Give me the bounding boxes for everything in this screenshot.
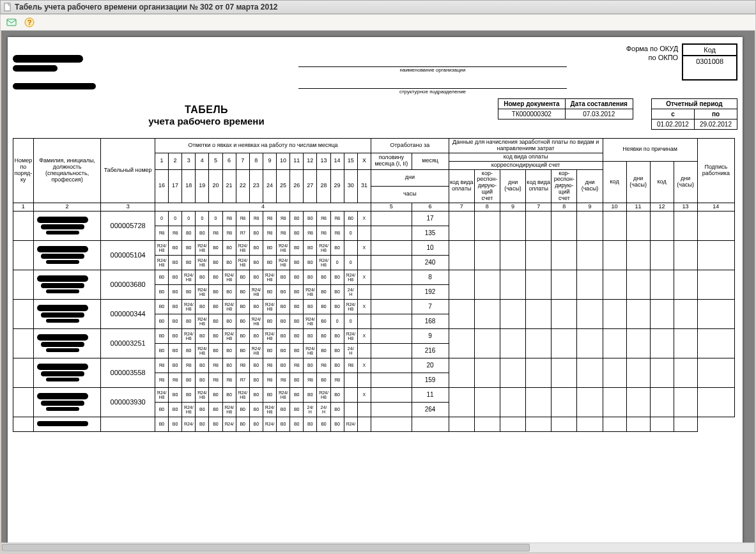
employee-tabnum: 000003680	[101, 270, 155, 299]
day-header-13: 13	[317, 153, 330, 169]
document-viewport[interactable]: наименование организации структурное под…	[1, 31, 755, 542]
col-month: месяц	[412, 153, 449, 169]
half-days	[371, 387, 412, 402]
employee-tabnum: 000003558	[101, 358, 155, 387]
doc-num-value: ТК000000302	[498, 109, 565, 119]
day-header-21: 21	[222, 169, 236, 203]
employee-row: 000003930Я24/Н8В0В0Я24/Н8В0В0Я24/Н8В0В0Я…	[13, 387, 735, 402]
period-to-label: по	[694, 109, 737, 119]
redacted-text	[13, 83, 96, 89]
col-acc: кор-респон-дирую-щий счет	[474, 169, 500, 203]
day-header-22: 22	[236, 169, 249, 203]
col-absence: Неявки по причинам	[603, 139, 697, 162]
day-header-1: 1	[155, 153, 168, 169]
half-hours	[371, 314, 412, 328]
doc-date-label: Дата составления	[565, 99, 633, 109]
employee-row: 000003680В0В0Я24/Н8В0В0Я24/Н8В0В0Я24/Н8В…	[13, 270, 735, 284]
month-hours: 159	[412, 373, 449, 387]
half-days	[371, 299, 412, 314]
day-header-18: 18	[182, 169, 196, 203]
col-number: Номер по поряд-ку	[13, 139, 34, 203]
period-from-label: с	[651, 109, 694, 119]
col-acc2: кор-респон-дирую-щий счет	[552, 169, 577, 203]
employee-tabnum: 000003930	[101, 387, 155, 417]
month-days: 20	[412, 358, 449, 373]
save-button[interactable]	[4, 15, 19, 29]
svg-text:?: ?	[27, 19, 32, 26]
col-marks: Отметки о явках и неявках на работу по ч…	[155, 139, 371, 153]
half-days	[371, 358, 412, 373]
col-abs-dh: дни (часы)	[626, 161, 650, 203]
month-hours: 135	[412, 226, 449, 240]
help-button[interactable]: ?	[22, 15, 36, 29]
horizontal-scrollbar[interactable]	[1, 542, 755, 553]
svg-rect-0	[4, 3, 10, 11]
day-header-2: 2	[169, 153, 182, 169]
col-paycode2: код вида оплаты	[526, 169, 552, 203]
day-header-7: 7	[236, 153, 249, 169]
col-half: половину месяца (I, II)	[371, 153, 412, 169]
half-hours	[371, 284, 412, 299]
day-header-28: 28	[317, 169, 330, 203]
employee-row: 000000344В0В0Я24/Н8В0В0Я24/Н8В0В0Я24/Н8В…	[13, 299, 735, 314]
month-days: 17	[412, 211, 449, 226]
employee-row: 00000572800000Я8Я8Я8Я8Я8В0В0Я8Я8В0Х17	[13, 211, 735, 226]
employee-name	[33, 328, 101, 358]
employee-row: В0В0Я24/В0В0Я24/В0В0Я24/В0В0В0В0В0Я24/	[13, 417, 735, 431]
col-worked: Отработано за	[371, 139, 449, 153]
month-days: 7	[412, 299, 449, 314]
day-header-12: 12	[304, 153, 317, 169]
document-icon	[3, 3, 12, 12]
col-dh2: дни (часы)	[577, 169, 603, 203]
help-icon: ?	[24, 17, 35, 27]
day-header-27: 27	[304, 169, 317, 203]
toolbar: ?	[0, 14, 756, 31]
day-header-24: 24	[263, 169, 276, 203]
dept-label: структурное подразделение	[288, 89, 578, 95]
day-header-30: 30	[344, 169, 357, 203]
employee-tabnum: 000005104	[101, 240, 155, 270]
employee-name	[33, 270, 101, 299]
day-header-5: 5	[209, 153, 222, 169]
col-tabnum: Табельный номер	[101, 139, 155, 203]
month-days: 9	[412, 328, 449, 343]
month-days: 8	[412, 270, 449, 284]
redacted-text	[13, 55, 83, 63]
window-titlebar: Табель учета рабочего времени организаци…	[0, 0, 756, 14]
col-abs-dh2: дни (часы)	[674, 161, 697, 203]
timesheet-table: Номер по поряд-куФамилия, инициалы, долж…	[13, 138, 735, 432]
scrollbar-thumb[interactable]	[2, 544, 530, 551]
code-header: Код	[683, 45, 736, 56]
half-days	[371, 240, 412, 255]
employee-row: 000005104Я24/Н8В0В0Я24/Н8В0В0Я24/Н8В0В0Я…	[13, 240, 735, 255]
half-hours	[371, 402, 412, 417]
half-days	[371, 270, 412, 284]
col-abs-code: код	[603, 161, 626, 203]
day-header-6: 6	[222, 153, 236, 169]
month-days: 11	[412, 387, 449, 402]
month-hours: 192	[412, 284, 449, 299]
employee-tabnum: 000000344	[101, 299, 155, 328]
employee-name	[33, 211, 101, 240]
envelope-green-icon	[6, 18, 17, 27]
period-from: 01.02.2012	[651, 119, 694, 130]
half-hours	[371, 373, 412, 387]
period-label: Отчетный период	[651, 99, 737, 109]
okud-value: 0301008	[683, 56, 736, 68]
day-header-25: 25	[277, 169, 290, 203]
day-header-15: 15	[344, 153, 357, 169]
org-name-label: наименование организации	[288, 67, 578, 73]
half-hours	[371, 343, 412, 358]
day-header-9: 9	[263, 153, 276, 169]
day-header-17: 17	[169, 169, 182, 203]
period-to: 29.02.2012	[694, 119, 737, 130]
col-sign: Подпись работника	[697, 139, 734, 203]
half-hours	[371, 255, 412, 270]
day-header-26: 26	[290, 169, 304, 203]
col-acc-hdr: корреспондирующий счет	[449, 161, 603, 169]
employee-row: 000003558Я8В0Я8В0Я8В0Я8В0Я8В0Я8В0Я8В0Я8Х…	[13, 358, 735, 373]
doc-num-label: Номер документа	[498, 99, 565, 109]
day-header-23: 23	[249, 169, 263, 203]
code-box: Код 0301008	[682, 43, 737, 81]
col-fio: Фамилия, инициалы, должность (специально…	[33, 139, 101, 203]
